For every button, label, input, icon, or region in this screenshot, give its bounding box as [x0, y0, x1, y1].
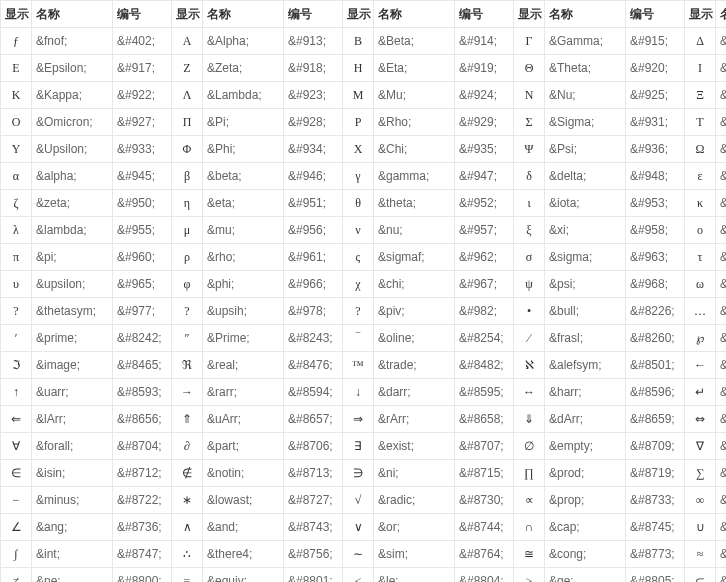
cell-code: &#913;: [284, 28, 343, 55]
cell-code: &#915;: [626, 28, 685, 55]
cell-display: ⇔: [685, 406, 716, 433]
cell-code: &#952;: [455, 190, 514, 217]
cell-display: Ε: [1, 55, 32, 82]
table-row: π&pi;&#960;ρ&rho;&#961;ς&sigmaf;&#962;σ&…: [1, 244, 727, 271]
cell-display: θ: [343, 190, 374, 217]
cell-name: &Nu;: [545, 82, 626, 109]
cell-display: ∞: [685, 487, 716, 514]
cell-name: &xi;: [545, 217, 626, 244]
cell-code: &#8805;: [626, 568, 685, 583]
cell-display: ↵: [685, 379, 716, 406]
header-name: 名称: [716, 1, 727, 28]
cell-display: χ: [343, 271, 374, 298]
cell-code: &#8657;: [284, 406, 343, 433]
cell-display: ℵ: [514, 352, 545, 379]
cell-name: &tau;: [716, 244, 727, 271]
cell-display: ι: [514, 190, 545, 217]
cell-name: &uArr;: [203, 406, 284, 433]
cell-display: ∩: [514, 514, 545, 541]
cell-name: &Omicron;: [32, 109, 113, 136]
cell-name: &sigma;: [545, 244, 626, 271]
table-row: Ε&Epsilon;&#917;Ζ&Zeta;&#918;Η&Eta;&#919…: [1, 55, 727, 82]
table-row: ƒ&fnof;&#402;Α&Alpha;&#913;Β&Beta;&#914;…: [1, 28, 727, 55]
cell-display: Π: [172, 109, 203, 136]
cell-code: &#8715;: [455, 460, 514, 487]
cell-code: &#8596;: [626, 379, 685, 406]
cell-name: &kappa;: [716, 190, 727, 217]
cell-name: &exist;: [374, 433, 455, 460]
cell-name: &phi;: [203, 271, 284, 298]
header-display: 显示: [685, 1, 716, 28]
cell-name: &larr;: [716, 352, 727, 379]
cell-code: &#8595;: [455, 379, 514, 406]
cell-code: &#919;: [455, 55, 514, 82]
table-row: λ&lambda;&#955;μ&mu;&#956;ν&nu;&#957;ξ&x…: [1, 217, 727, 244]
cell-code: &#967;: [455, 271, 514, 298]
table-header: 显示名称编号显示名称编号显示名称编号显示名称编号显示名称编号: [1, 1, 727, 28]
cell-code: &#8801;: [284, 568, 343, 583]
cell-name: &ni;: [374, 460, 455, 487]
table-row: Ο&Omicron;&#927;Π&Pi;&#928;Ρ&Rho;&#929;Σ…: [1, 109, 727, 136]
cell-display: Ι: [685, 55, 716, 82]
table-row: υ&upsilon;&#965;φ&phi;&#966;χ&chi;&#967;…: [1, 271, 727, 298]
cell-display: ξ: [514, 217, 545, 244]
cell-display: Ρ: [343, 109, 374, 136]
cell-display: φ: [172, 271, 203, 298]
header-code: 编号: [113, 1, 172, 28]
cell-name: &epsilon;: [716, 163, 727, 190]
cell-name: &alefsym;: [545, 352, 626, 379]
header-code: 编号: [626, 1, 685, 28]
cell-name: &chi;: [374, 271, 455, 298]
cell-code: &#8736;: [113, 514, 172, 541]
cell-display: ≠: [1, 568, 32, 583]
cell-name: &hArr;: [716, 406, 727, 433]
cell-name: &Rho;: [374, 109, 455, 136]
header-display: 显示: [343, 1, 374, 28]
cell-name: &omicron;: [716, 217, 727, 244]
cell-display: Α: [172, 28, 203, 55]
cell-display: η: [172, 190, 203, 217]
cell-code: &#8764;: [455, 541, 514, 568]
cell-display: υ: [1, 271, 32, 298]
table-row: ≠&ne;&#8800;≡&equiv;&#8801;≤&le;&#8804;≥…: [1, 568, 727, 583]
cell-code: &#927;: [113, 109, 172, 136]
cell-display: ε: [685, 163, 716, 190]
cell-display: ↓: [343, 379, 374, 406]
cell-code: &#8704;: [113, 433, 172, 460]
cell-code: &#928;: [284, 109, 343, 136]
cell-display: Γ: [514, 28, 545, 55]
cell-code: &#8713;: [284, 460, 343, 487]
cell-code: &#922;: [113, 82, 172, 109]
table-row: ∀&forall;&#8704;∂&part;&#8706;∃&exist;&#…: [1, 433, 727, 460]
table-row: ℑ&image;&#8465;ℜ&real;&#8476;™&trade;&#8…: [1, 352, 727, 379]
cell-display: ς: [343, 244, 374, 271]
cell-code: &#956;: [284, 217, 343, 244]
cell-code: &#978;: [284, 298, 343, 325]
cell-code: &#977;: [113, 298, 172, 325]
cell-display: Ψ: [514, 136, 545, 163]
cell-display: α: [1, 163, 32, 190]
cell-code: &#966;: [284, 271, 343, 298]
cell-display: Δ: [685, 28, 716, 55]
cell-code: &#8476;: [284, 352, 343, 379]
cell-name: &omega;: [716, 271, 727, 298]
cell-name: &prop;: [545, 487, 626, 514]
cell-name: &empty;: [545, 433, 626, 460]
cell-display: ∉: [172, 460, 203, 487]
cell-display: ≤: [343, 568, 374, 583]
cell-code: &#917;: [113, 55, 172, 82]
cell-display: ↔: [514, 379, 545, 406]
cell-display: Σ: [514, 109, 545, 136]
cell-name: &Alpha;: [203, 28, 284, 55]
cell-name: &forall;: [32, 433, 113, 460]
cell-code: &#8465;: [113, 352, 172, 379]
cell-display: ∝: [514, 487, 545, 514]
cell-display: σ: [514, 244, 545, 271]
cell-code: &#8656;: [113, 406, 172, 433]
cell-name: &Omega;: [716, 136, 727, 163]
cell-name: &ang;: [32, 514, 113, 541]
cell-name: &cup;: [716, 514, 727, 541]
cell-code: &#929;: [455, 109, 514, 136]
cell-name: &lArr;: [32, 406, 113, 433]
cell-display: ⇒: [343, 406, 374, 433]
